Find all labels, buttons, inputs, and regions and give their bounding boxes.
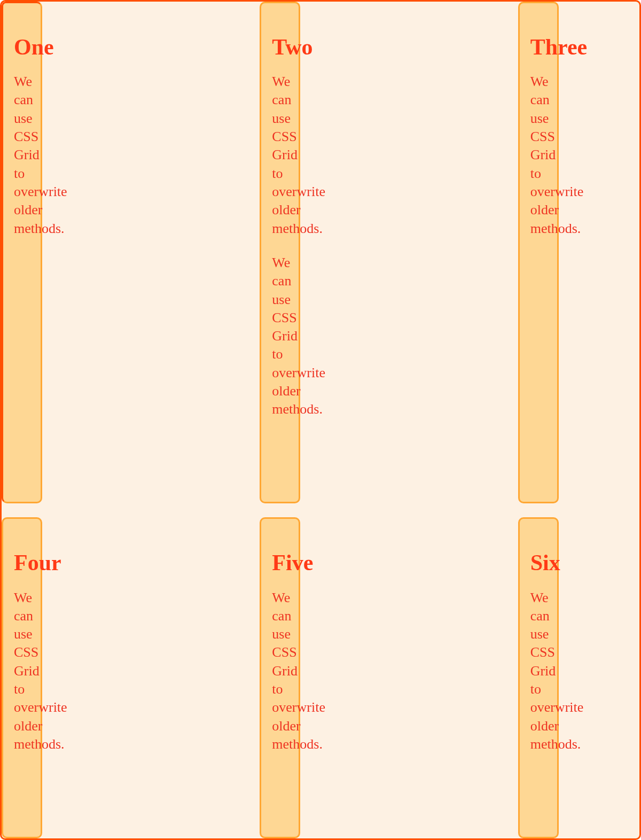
card-body: We can use CSS Grid to overwrite older m… [530,73,546,238]
card-title: Six [530,530,546,574]
card-three: Three We can use CSS Grid to overwrite o… [518,2,559,503]
card-four: Four We can use CSS Grid to overwrite ol… [2,517,42,838]
card-body: We can use CSS Grid to overwrite older m… [272,254,288,419]
card-five: Five We can use CSS Grid to overwrite ol… [260,517,300,838]
card-title: Two [272,14,288,59]
card-one: One We can use CSS Grid to overwrite old… [2,2,42,503]
card-six: Six We can use CSS Grid to overwrite old… [518,517,559,838]
card-title: One [14,14,30,59]
card-body: We can use CSS Grid to overwrite older m… [14,589,30,754]
card-body: We can use CSS Grid to overwrite older m… [272,73,288,238]
card-title: Four [14,530,30,574]
card-title: Five [272,530,288,574]
card-body: We can use CSS Grid to overwrite older m… [530,589,546,754]
card-title: Three [530,14,546,59]
card-body: We can use CSS Grid to overwrite older m… [14,73,30,238]
card-two: Two We can use CSS Grid to overwrite old… [260,2,300,503]
grid-wrapper: One We can use CSS Grid to overwrite old… [0,0,641,840]
card-body: We can use CSS Grid to overwrite older m… [272,589,288,754]
